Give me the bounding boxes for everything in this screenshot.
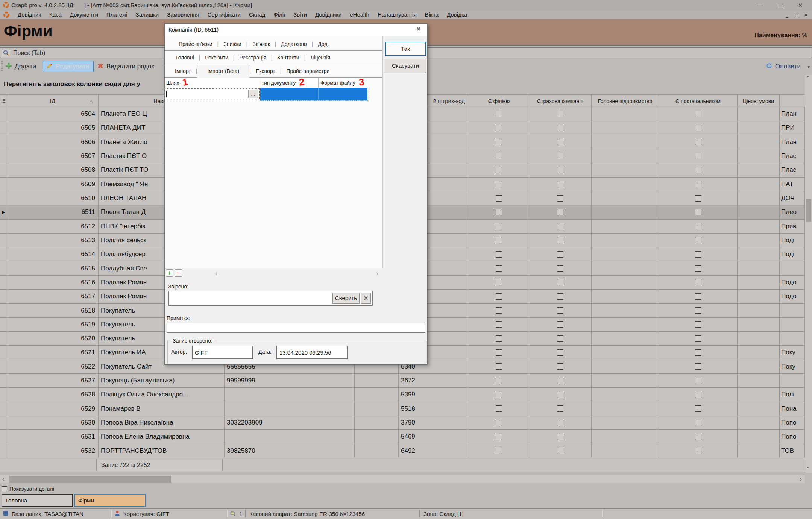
cell-is-supplier[interactable] [659, 388, 738, 401]
cell-price-terms[interactable] [738, 318, 780, 331]
cell-is-branch[interactable] [469, 234, 529, 247]
checkbox[interactable] [496, 335, 502, 342]
cell-price-terms[interactable] [738, 121, 780, 135]
cell-id[interactable]: 6511 [7, 205, 99, 219]
doctype-cell[interactable] [260, 88, 319, 100]
cell-tail[interactable] [780, 374, 805, 387]
checkbox[interactable] [557, 195, 563, 202]
cell-insurance[interactable] [529, 107, 592, 121]
remove-row-button[interactable]: − [175, 269, 182, 277]
cell-blank[interactable] [355, 430, 399, 443]
cell-name[interactable]: Попова Елена Владимировна [99, 430, 225, 443]
cell-is-supplier[interactable] [659, 360, 738, 373]
cell-id[interactable]: 6512 [7, 220, 99, 233]
cell-is-supplier[interactable] [659, 430, 738, 443]
refresh-dropdown-caret[interactable]: ▾ [807, 65, 810, 70]
row-indicator[interactable] [0, 191, 7, 205]
scroll-left-icon[interactable]: ‹ [2, 475, 5, 482]
checkbox[interactable] [496, 392, 502, 398]
checkbox[interactable] [695, 139, 701, 145]
checkbox[interactable] [695, 279, 701, 285]
checkbox[interactable] [557, 321, 563, 328]
cell-main-company[interactable] [592, 191, 659, 205]
cell-is-supplier[interactable] [659, 220, 738, 233]
mdi-restore-button[interactable] [792, 12, 801, 18]
show-details-checkbox[interactable] [2, 486, 7, 492]
cell-main-company[interactable] [592, 444, 659, 458]
cell-tail[interactable]: Плео [780, 205, 805, 219]
cell-id[interactable]: 6531 [7, 430, 99, 443]
cell-insurance[interactable] [529, 444, 592, 458]
checkbox[interactable] [695, 223, 701, 229]
checkbox[interactable] [557, 293, 563, 300]
checkbox[interactable] [496, 167, 502, 173]
cell-is-branch[interactable] [469, 318, 529, 331]
cell-name[interactable]: Поліщук Ольга Олександро... [99, 388, 225, 401]
column-header-insurance[interactable]: Страхова компанія [529, 95, 592, 107]
cell-id[interactable]: 6515 [7, 261, 99, 275]
checkbox[interactable] [695, 378, 701, 384]
column-header-tail[interactable] [780, 95, 805, 107]
checkbox[interactable] [557, 223, 563, 229]
cell-blank[interactable] [355, 444, 399, 458]
checkbox[interactable] [695, 237, 701, 243]
row-indicator[interactable] [0, 444, 7, 458]
minimize-button[interactable]: — [754, 2, 767, 9]
horizontal-scrollbar[interactable]: ‹ › [0, 475, 805, 483]
cell-tail[interactable]: ПРИ [780, 121, 805, 135]
cell-tail[interactable] [780, 318, 805, 331]
cell-main-company[interactable] [592, 374, 659, 387]
row-indicator[interactable] [0, 346, 7, 359]
ok-button[interactable]: Так [385, 42, 426, 56]
dialog-tab[interactable]: Контакти [272, 55, 304, 61]
cell-barcode[interactable]: 6492 [399, 444, 469, 458]
checkbox[interactable] [496, 293, 502, 300]
checkbox[interactable] [695, 448, 701, 454]
dialog-tab[interactable]: Реквізити [200, 55, 233, 61]
checkbox[interactable] [496, 434, 502, 440]
column-header-is-supplier[interactable]: Є постачальником [659, 95, 738, 107]
checkbox[interactable] [557, 167, 563, 173]
cell-price-terms[interactable] [738, 220, 780, 233]
table-row[interactable]: 6532ПОРТТРАНСБУД"ТОВ398258706492ТОВ [0, 444, 805, 458]
cell-id[interactable]: 6509 [7, 178, 99, 191]
row-indicator[interactable] [0, 290, 7, 303]
cell-blank[interactable] [355, 402, 399, 416]
checkbox[interactable] [557, 434, 563, 440]
checkbox[interactable] [496, 363, 502, 370]
menu-item-6[interactable]: Замовлення [163, 11, 203, 19]
dialog-tab[interactable]: Експорт [251, 68, 280, 74]
checkbox[interactable] [695, 363, 701, 370]
row-indicator[interactable] [0, 107, 7, 121]
checkbox[interactable] [557, 111, 563, 117]
cell-price-terms[interactable] [738, 205, 780, 219]
cell-main-company[interactable] [592, 261, 659, 275]
table-row[interactable]: 6529Понамарев В5518Пона [0, 402, 805, 416]
checkbox[interactable] [557, 125, 563, 131]
cell-id[interactable]: 6518 [7, 304, 99, 317]
cell-is-branch[interactable] [469, 290, 529, 303]
cell-tail[interactable]: Подо [780, 276, 805, 289]
cell-is-branch[interactable] [469, 163, 529, 177]
cell-id[interactable]: 6527 [7, 374, 99, 387]
cell-is-branch[interactable] [469, 247, 529, 261]
checkbox[interactable] [496, 195, 502, 202]
cell-id[interactable]: 6505 [7, 121, 99, 135]
cell-main-company[interactable] [592, 234, 659, 247]
cell-edrpou[interactable] [225, 402, 355, 416]
cell-barcode[interactable]: 2672 [399, 374, 469, 387]
dialog-tab[interactable]: Зв'язок [247, 41, 275, 47]
scroll-right-icon[interactable]: › [800, 475, 802, 482]
cell-is-branch[interactable] [469, 178, 529, 191]
cell-price-terms[interactable] [738, 304, 780, 317]
cell-insurance[interactable] [529, 402, 592, 416]
checkbox[interactable] [695, 434, 701, 440]
cell-id[interactable]: 6522 [7, 360, 99, 373]
checkbox[interactable] [496, 420, 502, 426]
menu-item-13[interactable]: Налаштування [373, 11, 421, 19]
cell-is-supplier[interactable] [659, 107, 738, 121]
cell-price-terms[interactable] [738, 149, 780, 163]
cell-insurance[interactable] [529, 234, 592, 247]
checkbox[interactable] [557, 251, 563, 258]
tab-home[interactable]: Головна [2, 494, 73, 507]
